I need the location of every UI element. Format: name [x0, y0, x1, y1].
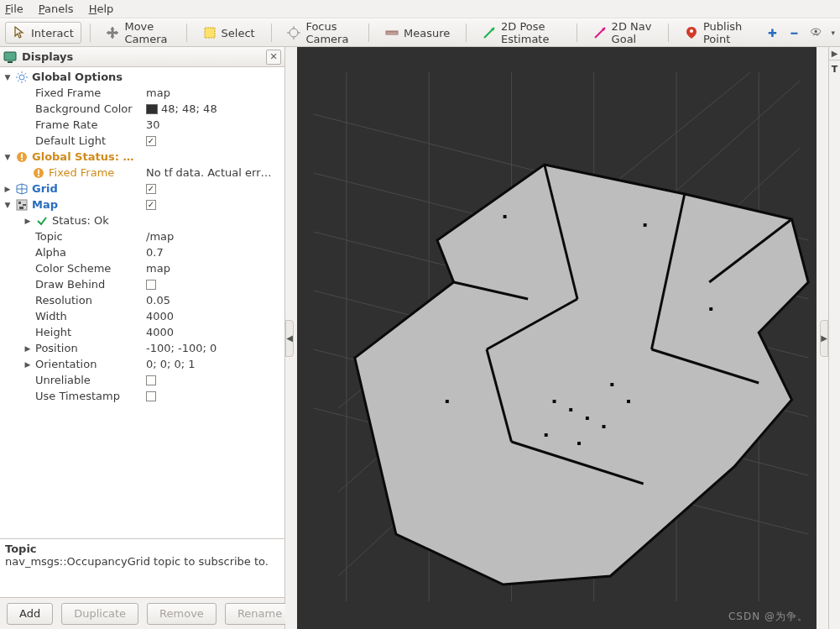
svg-rect-13 [38, 170, 39, 174]
tree-global-options[interactable]: ▼ Global Options [0, 69, 284, 85]
svg-rect-6 [4, 52, 16, 60]
checkbox[interactable]: ✓ [146, 136, 156, 146]
nav-goal-button[interactable]: 2D Nav Goal [586, 16, 660, 50]
checkbox[interactable]: ✓ [146, 184, 156, 194]
description-body: nav_msgs::OccupancyGrid topic to subscri… [5, 555, 279, 568]
tree-row[interactable]: Fixed Frame No tf data. Actual err… [0, 165, 284, 181]
expand-left-handle[interactable]: ◀ [285, 320, 294, 357]
checkbox[interactable] [146, 375, 156, 385]
svg-rect-47 [603, 425, 606, 428]
tree-grid[interactable]: ▶ Grid ✓ [0, 181, 284, 197]
tree-row[interactable]: Background Color48; 48; 48 [0, 101, 284, 117]
focus-camera-button[interactable]: Focus Camera [279, 16, 360, 50]
grid-icon [15, 182, 29, 196]
tree-row[interactable]: Alpha0.7 [0, 244, 284, 260]
svg-rect-18 [19, 207, 23, 209]
svg-rect-44 [553, 400, 556, 403]
tree-row[interactable]: Fixed Framemap [0, 85, 284, 101]
menu-help[interactable]: Help [89, 3, 114, 15]
color-swatch [146, 104, 158, 114]
select-icon [203, 26, 217, 39]
svg-rect-10 [21, 154, 23, 158]
expand-right-panel-button[interactable]: ▶ [829, 47, 840, 60]
toolbar-separator [90, 24, 91, 42]
publish-point-icon [685, 26, 698, 39]
svg-rect-51 [627, 400, 630, 403]
tree-row[interactable]: Height4000 [0, 324, 284, 340]
move-camera-label: Move Camera [124, 20, 170, 45]
remove-button[interactable]: Remove [147, 603, 217, 625]
svg-rect-46 [586, 417, 589, 420]
view-container: ◀ [285, 47, 828, 629]
select-button[interactable]: Select [196, 22, 263, 44]
tree-row[interactable]: Color Schememap [0, 260, 284, 276]
tree-row[interactable]: Draw Behind [0, 276, 284, 292]
gear-icon [15, 71, 29, 84]
svg-point-1 [290, 29, 298, 37]
close-panel-button[interactable]: ✕ [266, 50, 281, 65]
tree-row[interactable]: ▶Position-100; -100; 0 [0, 340, 284, 356]
tree-row[interactable]: Resolution0.05 [0, 292, 284, 308]
tree-row[interactable]: Width4000 [0, 308, 284, 324]
menu-panels[interactable]: Panels [39, 3, 74, 15]
tree-row[interactable]: Topic/map [0, 228, 284, 244]
nav-goal-label: 2D Nav Goal [612, 20, 653, 45]
svg-rect-17 [23, 204, 26, 206]
checkbox[interactable] [146, 391, 156, 401]
3d-view[interactable]: CSDN @为争。 [297, 47, 817, 629]
displays-panel: Displays ✕ ▼ Global Options Fixed Framem… [0, 47, 285, 629]
expand-right-handle[interactable]: ▶ [820, 320, 828, 357]
tree-map[interactable]: ▼ Map ✓ [0, 197, 284, 212]
visibility-icon[interactable] [810, 26, 823, 39]
check-icon [35, 214, 49, 228]
checkbox[interactable] [146, 280, 156, 290]
measure-label: Measure [404, 27, 450, 39]
svg-point-8 [19, 75, 24, 80]
displays-icon [3, 50, 17, 64]
nav-goal-icon [593, 26, 607, 39]
map-icon [15, 198, 29, 212]
measure-button[interactable]: Measure [378, 22, 457, 44]
toolbar-separator [186, 24, 187, 42]
rename-button[interactable]: Rename [225, 603, 295, 625]
tree-row[interactable]: ▶ Status: Ok [0, 212, 284, 228]
interact-button[interactable]: Interact [5, 22, 81, 44]
remove-tool-button[interactable]: ━ [788, 26, 801, 39]
toolbar: Interact Move Camera Select Focus Camera… [0, 18, 840, 47]
tree-row[interactable]: Default Light✓ [0, 133, 284, 149]
svg-rect-45 [569, 408, 572, 411]
menu-file[interactable]: File [5, 3, 23, 15]
add-button[interactable]: Add [7, 603, 53, 625]
main-area: Displays ✕ ▼ Global Options Fixed Framem… [0, 47, 840, 629]
toolbar-separator [466, 24, 467, 42]
right-tab-label[interactable]: T [829, 60, 840, 78]
tree-row[interactable]: ▶Orientation0; 0; 0; 1 [0, 356, 284, 372]
panel-buttons: Add Duplicate Remove Rename [0, 597, 284, 629]
interact-label: Interact [31, 27, 74, 39]
checkbox[interactable]: ✓ [146, 200, 156, 210]
tree-row[interactable]: Use Timestamp [0, 388, 284, 404]
displays-title: Displays [22, 50, 261, 63]
tree-row[interactable]: Unreliable [0, 372, 284, 388]
move-camera-icon [106, 26, 119, 39]
toolbar-separator [271, 24, 272, 42]
svg-point-5 [814, 30, 817, 33]
add-tool-button[interactable]: ✚ [766, 26, 780, 39]
focus-camera-icon [287, 26, 300, 39]
displays-tree[interactable]: ▼ Global Options Fixed Framemap Backgrou… [0, 67, 284, 538]
description-title: Topic [5, 543, 279, 555]
tree-global-status[interactable]: ▼ Global Status: … [0, 149, 284, 165]
interact-icon [13, 26, 26, 39]
measure-icon [385, 26, 399, 39]
pose-estimate-label: 2D Pose Estimate [501, 20, 561, 45]
publish-point-button[interactable]: Publish Point [677, 16, 753, 50]
svg-rect-11 [21, 159, 23, 160]
focus-camera-label: Focus Camera [305, 20, 352, 45]
tree-row[interactable]: Frame Rate30 [0, 117, 284, 133]
svg-rect-52 [503, 215, 507, 218]
move-camera-button[interactable]: Move Camera [98, 16, 177, 50]
pose-estimate-button[interactable]: 2D Pose Estimate [475, 16, 568, 50]
displays-panel-header[interactable]: Displays ✕ [0, 47, 284, 67]
duplicate-button[interactable]: Duplicate [61, 603, 138, 625]
svg-rect-50 [610, 383, 613, 386]
